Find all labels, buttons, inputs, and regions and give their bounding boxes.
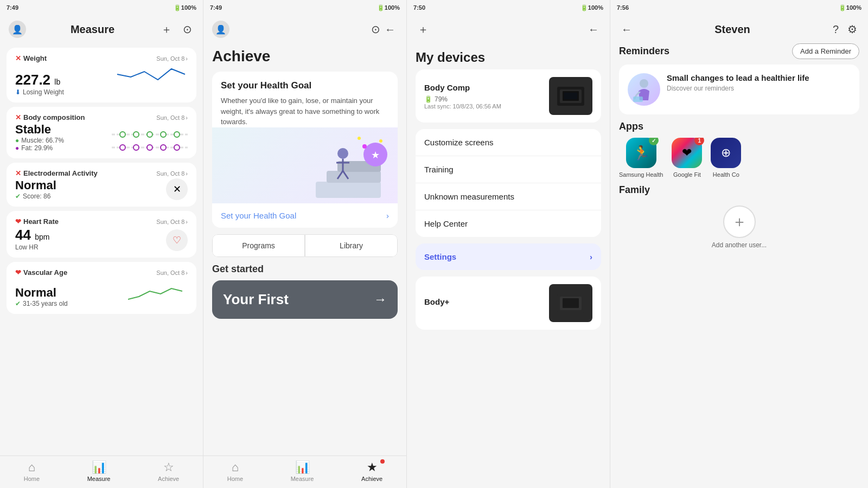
nav-achieve-1[interactable]: ☆ Achieve (158, 460, 179, 486)
achieve-content: Achieve Set your Health Goal Whether you… (203, 43, 406, 455)
heart-rate-card: ❤ Heart Rate Sun, Oct 8 › 44 bpm Low HR (7, 211, 196, 258)
add-button-1[interactable]: ＋ (159, 20, 174, 39)
heart-rate-date[interactable]: Sun, Oct 8 › (156, 219, 188, 225)
illustration-svg: ★ (218, 127, 392, 203)
svg-rect-33 (633, 97, 643, 102)
measure-content: ✕ Weight Sun, Oct 8 › 227.2 lb ⬇ Losing (0, 43, 203, 455)
add-reminder-btn[interactable]: Add a Reminder (792, 43, 859, 59)
back-button-3[interactable]: ← (586, 21, 601, 38)
settings-menu: Settings › (416, 243, 601, 270)
training-item[interactable]: Training (416, 156, 601, 183)
svg-rect-13 (327, 171, 381, 183)
scan-button-2[interactable]: ⊙ (369, 21, 382, 38)
nav-measure-label-2: Measure (291, 476, 314, 482)
svg-rect-28 (564, 93, 577, 99)
nav-measure-1[interactable]: 📊 Measure (87, 460, 111, 486)
weight-card: ✕ Weight Sun, Oct 8 › 227.2 lb ⬇ Losing (7, 48, 196, 102)
electrodermal-date[interactable]: Sun, Oct 8 › (156, 170, 188, 177)
nav-home-2[interactable]: ⌂ Home (227, 460, 243, 486)
help-button[interactable]: ? (831, 21, 841, 38)
health-goal-chevron: › (386, 211, 389, 220)
health-co-app[interactable]: ⊕ Health Co (711, 138, 741, 178)
settings-button[interactable]: ⚙ (845, 21, 859, 38)
back-button-2[interactable]: ← (382, 21, 398, 38)
nav-achieve-2[interactable]: ★ Achieve (361, 460, 382, 486)
svg-point-15 (337, 148, 348, 159)
electrodermal-action[interactable]: ✕ (166, 178, 188, 200)
programs-tab[interactable]: Programs (212, 234, 305, 257)
samsung-icon: 🏃 ✓ (626, 138, 656, 168)
apps-title: Apps (619, 121, 643, 132)
svg-point-11 (174, 145, 180, 150)
svg-point-9 (147, 145, 152, 150)
devices-menu: Customize screens Training Unknown measu… (416, 129, 601, 237)
body-plus-device: Body+ (416, 277, 601, 330)
health-goal-btn-label: Set your Health Goal (221, 211, 296, 220)
library-tab[interactable]: Library (305, 234, 398, 257)
avatar-1[interactable]: 👤 (9, 21, 26, 38)
body-comp-title: ✕ Body composition (15, 113, 85, 121)
health-co-icon: ⊕ (711, 138, 741, 168)
health-goal-title: Set your Health Goal (221, 80, 389, 91)
apps-section: Apps 🏃 ✓ Samsung Health ❤ 1 Google Fit (619, 121, 859, 178)
home-icon: ⌂ (28, 460, 35, 474)
svg-point-7 (120, 145, 125, 150)
help-center-item[interactable]: Help Center (416, 210, 601, 237)
health-goal-illustration: ★ (212, 127, 398, 203)
body-comp-name: Body Comp (424, 83, 501, 92)
google-fit-app[interactable]: ❤ 1 Google Fit (672, 138, 702, 178)
reminders-title: Reminders (619, 46, 669, 57)
set-health-goal-btn[interactable]: Set your Health Goal › (212, 203, 398, 228)
avatar-2[interactable]: 👤 (212, 21, 229, 38)
svg-point-32 (640, 79, 648, 88)
settings-item[interactable]: Settings › (416, 243, 601, 270)
svg-point-24 (358, 137, 361, 140)
unknown-measurements-item[interactable]: Unknown measurements (416, 183, 601, 210)
weight-cross-icon: ✕ (15, 54, 21, 62)
weight-sub: ⬇ Losing Weight (15, 88, 117, 96)
scan-button-1[interactable]: ⊙ (181, 21, 194, 38)
vascular-date[interactable]: Sun, Oct 8 › (156, 269, 188, 276)
weight-chart (117, 63, 188, 96)
body-comp-device: Body Comp 🔋 79% Last sync: 10/8/23, 06:5… (416, 69, 601, 123)
devices-title: My devices (407, 43, 610, 69)
your-first-card[interactable]: Your First → (212, 280, 398, 319)
customize-screens-item[interactable]: Customize screens (416, 129, 601, 156)
google-fit-badge: 1 (694, 138, 704, 145)
body-plus-image (549, 284, 592, 322)
samsung-health-app[interactable]: 🏃 ✓ Samsung Health (619, 138, 663, 178)
status-time-1: 7:49 (7, 4, 18, 11)
steven-header: ← Steven ? ⚙ (610, 15, 868, 43)
devices-panel: 7:50 🔋100% ＋ ← My devices Body Comp 🔋 79… (407, 0, 610, 488)
achieve-tabs: Programs Library (212, 234, 398, 257)
measure-panel: 7:49 🔋100% 👤 Measure ＋ ⊙ ✕ Weight Sun, O… (0, 0, 203, 488)
reminder-card-sub: Discover our reminders (667, 85, 809, 92)
status-bar-2: 7:49 🔋100% (203, 0, 406, 15)
nav-home-1[interactable]: ⌂ Home (24, 460, 40, 486)
svg-point-8 (133, 145, 139, 150)
family-title: Family (619, 184, 650, 196)
body-comp-date[interactable]: Sun, Oct 8 › (156, 114, 188, 121)
weight-date[interactable]: Sun, Oct 8 › (156, 55, 188, 62)
muscle-chart (112, 130, 188, 139)
status-bar-3: 7:50 🔋100% (407, 0, 610, 15)
back-button-4[interactable]: ← (619, 21, 634, 38)
svg-point-10 (161, 145, 166, 150)
status-bar-1: 7:49 🔋100% (0, 0, 203, 15)
bottom-nav-1: ⌂ Home 📊 Measure ☆ Achieve (0, 455, 203, 488)
get-started-title: Get started (212, 264, 398, 275)
device-battery: 🔋 79% (424, 95, 501, 103)
add-user-button[interactable]: ＋ (723, 206, 756, 238)
svg-point-23 (379, 139, 382, 143)
reminder-card-title: Small changes to lead a healthier life (667, 73, 809, 82)
svg-rect-31 (563, 298, 579, 308)
reminder-card: Small changes to lead a healthier life D… (619, 65, 859, 114)
health-goal-card: Set your Health Goal Whether you'd like … (212, 72, 398, 228)
svg-point-1 (120, 132, 125, 137)
heart-action[interactable]: ♡ (166, 229, 188, 251)
add-button-3[interactable]: ＋ (416, 20, 431, 39)
reminders-section-header: Reminders Add a Reminder (619, 43, 859, 59)
nav-measure-2[interactable]: 📊 Measure (291, 460, 314, 486)
steven-content: Reminders Add a Reminder Small changes t… (610, 43, 868, 488)
your-first-label: Your First (223, 291, 289, 308)
